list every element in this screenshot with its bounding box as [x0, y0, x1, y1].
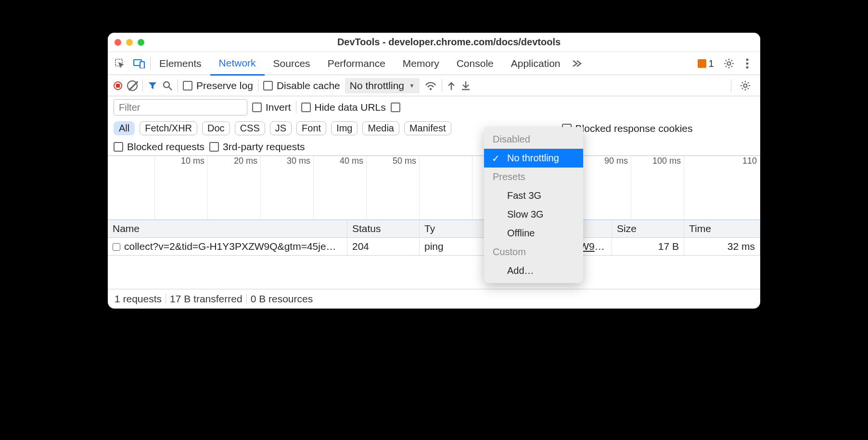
hidden-checkbox[interactable]	[391, 103, 400, 112]
cell-status: 204	[347, 238, 420, 255]
col-time[interactable]: Time	[684, 220, 760, 237]
dd-add-custom[interactable]: Add…	[484, 261, 583, 280]
titlebar: DevTools - developer.chrome.com/docs/dev…	[108, 33, 760, 52]
svg-point-9	[744, 84, 747, 87]
svg-point-8	[430, 88, 432, 90]
minimize-window-button[interactable]	[126, 39, 133, 46]
network-conditions-icon[interactable]	[424, 80, 437, 91]
divider	[178, 79, 178, 92]
svg-point-4	[746, 58, 749, 61]
tab-performance[interactable]: Performance	[319, 52, 394, 75]
svg-point-7	[164, 82, 169, 88]
dd-custom-header: Custom	[484, 243, 583, 261]
record-button[interactable]	[114, 81, 122, 90]
tab-elements[interactable]: Elements	[151, 52, 210, 75]
throttling-dropdown: Disabled No throttling Presets Fast 3G S…	[484, 127, 583, 283]
disable-cache-checkbox[interactable]: Disable cache	[263, 80, 340, 91]
window-controls	[115, 39, 144, 46]
filter-toggle-icon[interactable]	[148, 81, 157, 91]
divider	[731, 79, 731, 92]
panel-tabs: Elements Network Sources Performance Mem…	[108, 52, 760, 75]
settings-icon[interactable]	[723, 57, 735, 70]
issues-button[interactable]: 1	[698, 58, 714, 69]
type-pill-js[interactable]: JS	[270, 121, 292, 135]
zoom-window-button[interactable]	[138, 39, 144, 46]
dd-presets-header: Presets	[484, 168, 583, 186]
third-party-checkbox[interactable]: 3rd-party requests	[209, 141, 305, 153]
network-settings-icon[interactable]	[739, 79, 752, 92]
close-window-button[interactable]	[115, 39, 121, 46]
filter-row-2: All Fetch/XHR Doc CSS JS Font Img Media …	[108, 118, 760, 138]
invert-checkbox[interactable]: Invert	[252, 102, 291, 113]
tab-sources[interactable]: Sources	[265, 52, 319, 75]
type-pill-all[interactable]: All	[114, 121, 135, 135]
dd-offline[interactable]: Offline	[484, 224, 583, 243]
throttling-select[interactable]: No throttling ▼	[345, 78, 420, 93]
status-bar: 1 requests 17 B transferred 0 B resource…	[108, 289, 760, 309]
divider	[142, 79, 143, 92]
tab-memory[interactable]: Memory	[394, 52, 448, 75]
kebab-menu-icon[interactable]	[741, 57, 753, 70]
overview-timeline[interactable]: 10 ms 20 ms 30 ms 40 ms 50 ms 80 ms 90 m…	[108, 155, 760, 220]
table-empty-area	[108, 256, 760, 289]
chevron-down-icon: ▼	[409, 82, 415, 89]
status-resources: 0 B resources	[251, 293, 313, 305]
type-pill-css[interactable]: CSS	[235, 121, 265, 135]
upload-har-icon[interactable]	[447, 80, 456, 91]
tab-network[interactable]: Network	[210, 52, 265, 76]
timeline-tick: 10 ms	[155, 156, 208, 220]
request-row[interactable]: collect?v=2&tid=G-H1Y3PXZW9Q&gtm=45je… 2…	[108, 238, 760, 256]
inspect-icon[interactable]	[112, 55, 128, 72]
divider	[296, 101, 296, 114]
clear-button[interactable]	[127, 80, 138, 91]
dd-no-throttling[interactable]: No throttling	[484, 149, 583, 168]
dd-disabled-header: Disabled	[484, 130, 583, 149]
divider	[246, 294, 247, 304]
timeline-tick: 40 ms	[314, 156, 367, 220]
filter-row-3: Blocked requests 3rd-party requests	[108, 138, 760, 155]
timeline-tick: 90 ms	[578, 156, 631, 220]
svg-point-3	[728, 62, 731, 65]
type-pill-media[interactable]: Media	[362, 121, 399, 135]
type-pill-font[interactable]: Font	[296, 121, 326, 135]
download-har-icon[interactable]	[460, 80, 471, 91]
timeline-tick: 30 ms	[261, 156, 314, 220]
type-pill-fetch[interactable]: Fetch/XHR	[140, 121, 197, 135]
tab-console[interactable]: Console	[448, 52, 502, 75]
type-pill-doc[interactable]: Doc	[202, 121, 230, 135]
svg-point-5	[746, 62, 749, 65]
hide-data-urls-checkbox[interactable]: Hide data URLs	[301, 102, 386, 113]
cell-name: collect?v=2&tid=G-H1Y3PXZW9Q&gtm=45je…	[108, 238, 347, 255]
timeline-tick: 50 ms	[367, 156, 420, 220]
search-icon[interactable]	[162, 80, 173, 91]
type-pill-manifest[interactable]: Manifest	[404, 121, 451, 135]
dd-slow-3g[interactable]: Slow 3G	[484, 205, 583, 224]
col-status[interactable]: Status	[347, 220, 420, 237]
window-title: DevTools - developer.chrome.com/docs/dev…	[144, 37, 753, 48]
col-size[interactable]: Size	[612, 220, 684, 237]
warning-count: 1	[708, 58, 714, 69]
more-tabs-icon[interactable]	[569, 55, 585, 72]
col-type[interactable]: Ty	[420, 220, 492, 237]
blocked-requests-checkbox[interactable]: Blocked requests	[114, 141, 204, 153]
tab-application[interactable]: Application	[502, 52, 569, 75]
timeline-tick: 110	[684, 156, 760, 220]
divider	[442, 79, 442, 92]
request-table-header: Name Status Ty Size Time	[108, 220, 760, 238]
timeline-tick: 100 ms	[631, 156, 684, 220]
svg-point-6	[746, 66, 749, 68]
col-name[interactable]: Name	[108, 220, 347, 237]
type-pill-img[interactable]: Img	[331, 121, 357, 135]
warning-icon	[698, 59, 706, 68]
dd-fast-3g[interactable]: Fast 3G	[484, 186, 583, 205]
svg-rect-2	[140, 62, 144, 68]
filter-input[interactable]	[114, 99, 247, 116]
divider	[166, 294, 166, 304]
filter-row-1: Invert Hide data URLs	[108, 96, 760, 118]
device-toggle-icon[interactable]	[131, 55, 147, 72]
cell-size: 17 B	[612, 238, 684, 255]
status-transferred: 17 B transferred	[170, 293, 243, 305]
devtools-window: DevTools - developer.chrome.com/docs/dev…	[108, 33, 760, 309]
timeline-tick	[420, 156, 472, 220]
preserve-log-checkbox[interactable]: Preserve log	[183, 80, 253, 91]
